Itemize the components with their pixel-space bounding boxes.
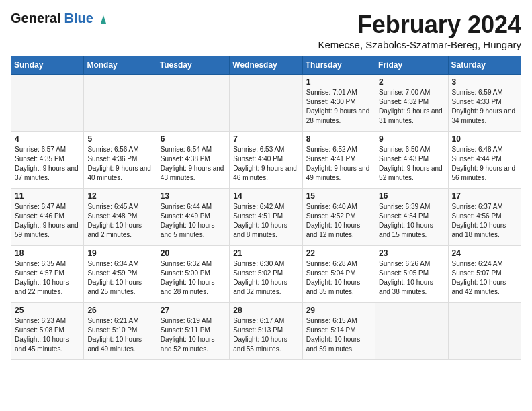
day-number: 5 bbox=[87, 134, 152, 144]
calendar-cell: 3Sunrise: 6:59 AMSunset: 4:33 PMDaylight… bbox=[448, 75, 521, 132]
day-info: Sunrise: 6:40 AMSunset: 4:52 PMDaylight:… bbox=[306, 203, 361, 238]
day-number: 20 bbox=[161, 248, 226, 258]
calendar-cell: 13Sunrise: 6:44 AMSunset: 4:49 PMDayligh… bbox=[157, 189, 229, 246]
day-info: Sunrise: 6:15 AMSunset: 5:14 PMDaylight:… bbox=[306, 317, 361, 353]
title-area: February 2024 Kemecse, Szabolcs-Szatmar-… bbox=[318, 11, 521, 50]
day-number: 15 bbox=[306, 191, 371, 201]
calendar-cell: 7Sunrise: 6:53 AMSunset: 4:40 PMDaylight… bbox=[230, 132, 302, 189]
day-number: 9 bbox=[379, 134, 444, 144]
calendar-cell: 18Sunrise: 6:35 AMSunset: 4:57 PMDayligh… bbox=[11, 246, 84, 303]
day-info: Sunrise: 6:23 AMSunset: 5:08 PMDaylight:… bbox=[15, 317, 69, 353]
day-number: 24 bbox=[452, 248, 517, 258]
logo-blue: Blue bbox=[64, 11, 93, 26]
day-info: Sunrise: 6:57 AMSunset: 4:35 PMDaylight:… bbox=[15, 146, 79, 181]
day-number: 6 bbox=[161, 134, 226, 144]
calendar-cell: 28Sunrise: 6:17 AMSunset: 5:13 PMDayligh… bbox=[230, 303, 302, 360]
day-number: 4 bbox=[15, 134, 80, 144]
day-number: 1 bbox=[306, 77, 371, 87]
calendar-cell: 2Sunrise: 7:00 AMSunset: 4:32 PMDaylight… bbox=[375, 75, 448, 132]
day-number: 8 bbox=[306, 134, 371, 144]
day-info: Sunrise: 6:17 AMSunset: 5:13 PMDaylight:… bbox=[233, 317, 287, 353]
day-info: Sunrise: 6:42 AMSunset: 4:51 PMDaylight:… bbox=[233, 203, 287, 238]
day-info: Sunrise: 6:24 AMSunset: 5:07 PMDaylight:… bbox=[452, 260, 506, 295]
day-header-friday: Friday bbox=[375, 56, 448, 75]
day-info: Sunrise: 6:32 AMSunset: 5:00 PMDaylight:… bbox=[161, 260, 215, 295]
day-number: 13 bbox=[161, 191, 226, 201]
calendar-cell bbox=[11, 75, 84, 132]
day-header-tuesday: Tuesday bbox=[157, 56, 229, 75]
day-info: Sunrise: 6:37 AMSunset: 4:56 PMDaylight:… bbox=[452, 203, 506, 238]
day-header-wednesday: Wednesday bbox=[230, 56, 302, 75]
day-info: Sunrise: 6:56 AMSunset: 4:36 PMDaylight:… bbox=[87, 146, 151, 181]
day-info: Sunrise: 6:34 AMSunset: 4:59 PMDaylight:… bbox=[87, 260, 142, 295]
calendar-cell bbox=[375, 303, 448, 360]
calendar-cell: 25Sunrise: 6:23 AMSunset: 5:08 PMDayligh… bbox=[11, 303, 84, 360]
day-number: 17 bbox=[452, 191, 517, 201]
calendar-week-1: 4Sunrise: 6:57 AMSunset: 4:35 PMDaylight… bbox=[11, 132, 521, 189]
calendar-cell: 8Sunrise: 6:52 AMSunset: 4:41 PMDaylight… bbox=[302, 132, 375, 189]
calendar-cell: 9Sunrise: 6:50 AMSunset: 4:43 PMDaylight… bbox=[375, 132, 448, 189]
day-info: Sunrise: 6:28 AMSunset: 5:04 PMDaylight:… bbox=[306, 260, 361, 295]
day-number: 12 bbox=[87, 191, 152, 201]
calendar-cell: 29Sunrise: 6:15 AMSunset: 5:14 PMDayligh… bbox=[302, 303, 375, 360]
day-info: Sunrise: 6:19 AMSunset: 5:11 PMDaylight:… bbox=[161, 317, 215, 353]
calendar-cell: 15Sunrise: 6:40 AMSunset: 4:52 PMDayligh… bbox=[302, 189, 375, 246]
calendar-cell: 16Sunrise: 6:39 AMSunset: 4:54 PMDayligh… bbox=[375, 189, 448, 246]
calendar-cell: 4Sunrise: 6:57 AMSunset: 4:35 PMDaylight… bbox=[11, 132, 84, 189]
day-number: 2 bbox=[379, 77, 444, 87]
calendar-cell: 14Sunrise: 6:42 AMSunset: 4:51 PMDayligh… bbox=[230, 189, 302, 246]
day-info: Sunrise: 6:45 AMSunset: 4:48 PMDaylight:… bbox=[87, 203, 142, 238]
calendar-cell: 1Sunrise: 7:01 AMSunset: 4:30 PMDaylight… bbox=[302, 75, 375, 132]
header: General Blue February 2024 Kemecse, Szab… bbox=[11, 11, 521, 50]
day-number: 25 bbox=[15, 306, 80, 315]
location-title: Kemecse, Szabolcs-Szatmar-Bereg, Hungary bbox=[318, 39, 521, 50]
calendar-cell: 6Sunrise: 6:54 AMSunset: 4:38 PMDaylight… bbox=[157, 132, 229, 189]
day-info: Sunrise: 6:52 AMSunset: 4:41 PMDaylight:… bbox=[306, 146, 370, 181]
logo-general: General bbox=[11, 11, 60, 26]
day-header-sunday: Sunday bbox=[11, 56, 84, 75]
day-info: Sunrise: 6:44 AMSunset: 4:49 PMDaylight:… bbox=[161, 203, 215, 238]
day-number: 26 bbox=[87, 306, 152, 315]
day-number: 10 bbox=[452, 134, 517, 144]
day-info: Sunrise: 6:21 AMSunset: 5:10 PMDaylight:… bbox=[87, 317, 142, 353]
calendar-cell: 26Sunrise: 6:21 AMSunset: 5:10 PMDayligh… bbox=[84, 303, 157, 360]
calendar-cell: 27Sunrise: 6:19 AMSunset: 5:11 PMDayligh… bbox=[157, 303, 229, 360]
day-number: 14 bbox=[233, 191, 298, 201]
calendar-cell: 11Sunrise: 6:47 AMSunset: 4:46 PMDayligh… bbox=[11, 189, 84, 246]
day-info: Sunrise: 6:35 AMSunset: 4:57 PMDaylight:… bbox=[15, 260, 69, 295]
calendar-cell: 22Sunrise: 6:28 AMSunset: 5:04 PMDayligh… bbox=[302, 246, 375, 303]
calendar-cell: 17Sunrise: 6:37 AMSunset: 4:56 PMDayligh… bbox=[448, 189, 521, 246]
day-info: Sunrise: 6:47 AMSunset: 4:46 PMDaylight:… bbox=[15, 203, 79, 238]
day-info: Sunrise: 6:59 AMSunset: 4:33 PMDaylight:… bbox=[452, 89, 516, 124]
day-info: Sunrise: 6:54 AMSunset: 4:38 PMDaylight:… bbox=[161, 146, 224, 181]
day-number: 18 bbox=[15, 248, 80, 258]
calendar-week-2: 11Sunrise: 6:47 AMSunset: 4:46 PMDayligh… bbox=[11, 189, 521, 246]
calendar-week-4: 25Sunrise: 6:23 AMSunset: 5:08 PMDayligh… bbox=[11, 303, 521, 360]
calendar-cell bbox=[230, 75, 302, 132]
calendar-cell: 5Sunrise: 6:56 AMSunset: 4:36 PMDaylight… bbox=[84, 132, 157, 189]
day-info: Sunrise: 6:39 AMSunset: 4:54 PMDaylight:… bbox=[379, 203, 433, 238]
svg-marker-0 bbox=[101, 15, 106, 24]
day-number: 27 bbox=[161, 306, 226, 315]
day-number: 22 bbox=[306, 248, 371, 258]
day-number: 7 bbox=[233, 134, 298, 144]
logo-icon bbox=[98, 14, 109, 25]
day-info: Sunrise: 7:00 AMSunset: 4:32 PMDaylight:… bbox=[379, 89, 443, 124]
calendar-week-3: 18Sunrise: 6:35 AMSunset: 4:57 PMDayligh… bbox=[11, 246, 521, 303]
day-header-saturday: Saturday bbox=[448, 56, 521, 75]
day-header-thursday: Thursday bbox=[302, 56, 375, 75]
day-info: Sunrise: 6:48 AMSunset: 4:44 PMDaylight:… bbox=[452, 146, 516, 181]
calendar-cell: 20Sunrise: 6:32 AMSunset: 5:00 PMDayligh… bbox=[157, 246, 229, 303]
day-number: 28 bbox=[233, 306, 298, 315]
day-number: 11 bbox=[15, 191, 80, 201]
calendar-table: SundayMondayTuesdayWednesdayThursdayFrid… bbox=[11, 56, 521, 360]
calendar-cell: 19Sunrise: 6:34 AMSunset: 4:59 PMDayligh… bbox=[84, 246, 157, 303]
month-title: February 2024 bbox=[318, 11, 521, 39]
day-info: Sunrise: 6:26 AMSunset: 5:05 PMDaylight:… bbox=[379, 260, 433, 295]
day-number: 23 bbox=[379, 248, 444, 258]
calendar-cell: 23Sunrise: 6:26 AMSunset: 5:05 PMDayligh… bbox=[375, 246, 448, 303]
day-info: Sunrise: 6:50 AMSunset: 4:43 PMDaylight:… bbox=[379, 146, 443, 181]
day-info: Sunrise: 6:30 AMSunset: 5:02 PMDaylight:… bbox=[233, 260, 287, 295]
day-info: Sunrise: 7:01 AMSunset: 4:30 PMDaylight:… bbox=[306, 89, 370, 124]
header-row: SundayMondayTuesdayWednesdayThursdayFrid… bbox=[11, 56, 521, 75]
